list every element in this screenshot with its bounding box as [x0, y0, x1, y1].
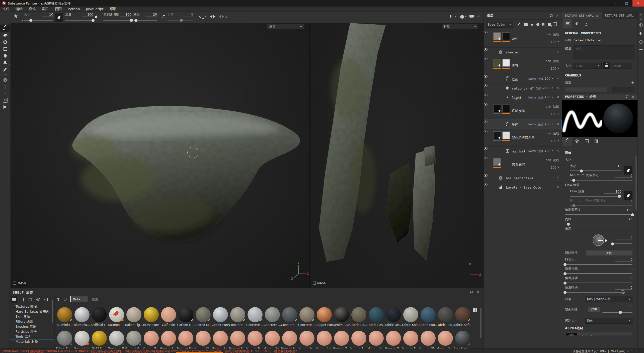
- shader-settings-button[interactable]: [639, 32, 642, 36]
- channel-select[interactable]: Base Color: [486, 22, 513, 28]
- close-icon[interactable]: ×: [632, 95, 634, 99]
- spacing-slider[interactable]: [133, 20, 157, 21]
- close-icon[interactable]: ×: [84, 298, 86, 301]
- add-smart-mask-button[interactable]: [542, 23, 545, 27]
- slider-value[interactable]: 100: [615, 208, 632, 212]
- material-item[interactable]: Ground Gr...: [125, 331, 142, 348]
- close-icon[interactable]: ×: [556, 14, 559, 17]
- radial-symmetry-button[interactable]: [219, 15, 227, 18]
- viewport-2d[interactable]: 材质 MASK V U: [310, 23, 484, 288]
- history-button[interactable]: [639, 40, 642, 44]
- maximize-button[interactable]: □: [621, 0, 632, 7]
- viewport-3d[interactable]: 材质 MASK Y Z X: [11, 23, 309, 288]
- flow-slider[interactable]: [65, 20, 93, 21]
- slider-handle[interactable]: [563, 263, 567, 266]
- material-item[interactable]: Human Be...: [160, 331, 177, 348]
- opacity-value[interactable]: 100: [120, 13, 131, 17]
- blend-mode[interactable]: Norm 法线: [528, 122, 546, 127]
- description-field[interactable]: 描述: [574, 45, 634, 59]
- material-item[interactable]: Carbon Fi...: [177, 307, 194, 327]
- float-panel-icon[interactable]: [470, 291, 473, 293]
- slider-value[interactable]: 0: [615, 267, 632, 271]
- material-item[interactable]: Human Ch...: [194, 331, 212, 348]
- layer-thumbnail[interactable]: [502, 105, 510, 112]
- brush-preset-button[interactable]: [14, 13, 23, 22]
- tab-gradient[interactable]: [592, 137, 601, 145]
- material-item[interactable]: Concrete ...: [281, 307, 298, 327]
- mask-checkbox[interactable]: [13, 282, 16, 285]
- slider-value[interactable]: 100: [604, 190, 621, 194]
- tab-alpha[interactable]: [582, 137, 591, 145]
- material-item[interactable]: Human H...: [298, 331, 315, 348]
- layer-opacity[interactable]: 100: [551, 139, 559, 143]
- layer-opacity[interactable]: 100: [551, 40, 559, 44]
- close-icon[interactable]: ×: [596, 14, 598, 18]
- eye-icon[interactable]: [484, 94, 488, 96]
- close-icon[interactable]: ×: [627, 334, 630, 335]
- layer-thumbnail[interactable]: [502, 59, 510, 67]
- eye-icon[interactable]: [484, 48, 488, 51]
- size-slider[interactable]: [24, 20, 53, 21]
- blend-mode[interactable]: orm 法线: [546, 131, 561, 136]
- tool-smudge[interactable]: [0, 52, 11, 59]
- material-item[interactable]: Fabric Bas...: [367, 307, 385, 327]
- layer-row-岩石底层[interactable]: 岩石底层orm 法线100: [484, 156, 562, 173]
- eye-icon[interactable]: [484, 157, 488, 159]
- remove-effect-icon[interactable]: ×: [556, 50, 559, 53]
- material-item[interactable]: Human Bu...: [177, 331, 194, 348]
- grid-view-button[interactable]: [473, 308, 477, 313]
- opacity-slider[interactable]: [103, 20, 131, 21]
- layer-thumbnail[interactable]: [493, 158, 501, 166]
- stroke-dots-button[interactable]: [162, 15, 165, 18]
- tool-iray-render[interactable]: [0, 104, 11, 110]
- material-item[interactable]: Human Fo...: [281, 331, 298, 348]
- material-item[interactable]: Aluminiu...: [56, 307, 73, 327]
- material-item[interactable]: Fabric De...: [385, 307, 402, 327]
- remove-effect-icon[interactable]: ×: [556, 122, 559, 125]
- layer-row-底部发黑[interactable]: 底部发黑orm 法线100: [484, 102, 562, 120]
- angle-slider[interactable]: [611, 243, 632, 244]
- shelf-category-Tools 工具[interactable]: Tools 工具: [10, 334, 54, 339]
- tool-projection[interactable]: [0, 39, 11, 45]
- material-item[interactable]: Concrete ...: [264, 307, 281, 327]
- menu-item-文件[interactable]: 文件: [3, 7, 10, 11]
- filter-funnel-icon[interactable]: [56, 298, 60, 301]
- tool-substance-source[interactable]: S: [0, 90, 11, 97]
- flow-tip-button[interactable]: [95, 15, 97, 18]
- material-item[interactable]: Human N...: [402, 331, 419, 348]
- tab-texture-set-settings[interactable]: TEXTURE SET 纹理…×: [562, 12, 602, 19]
- material-item[interactable]: Artificial L...: [91, 307, 108, 327]
- material-item[interactable]: Concrete ...: [298, 307, 315, 327]
- slider-track[interactable]: [565, 224, 632, 224]
- material-item[interactable]: Fabric Rou...: [437, 307, 454, 327]
- shelf-new-button[interactable]: [19, 296, 25, 303]
- delete-layer-button[interactable]: [554, 23, 557, 27]
- layer-row-light[interactable]: lightNorm 法线100×: [484, 93, 562, 102]
- slider-track[interactable]: [565, 292, 625, 293]
- material-item[interactable]: Baked Lig...: [125, 307, 142, 327]
- blend-mode[interactable]: orm 法线: [546, 32, 561, 37]
- randomize-icon[interactable]: [621, 290, 624, 294]
- material-item[interactable]: Fabric Rou...: [419, 307, 437, 327]
- material-item[interactable]: Copper Pure: [315, 307, 333, 327]
- categories-scrollbar[interactable]: [52, 300, 53, 323]
- close-button[interactable]: ×: [632, 0, 644, 7]
- remove-effect-icon[interactable]: ×: [556, 86, 559, 89]
- material-item[interactable]: Human Sh...: [419, 331, 437, 348]
- tab-brush[interactable]: [562, 137, 572, 145]
- material-item[interactable]: Gouache P...: [108, 331, 125, 348]
- slider-track[interactable]: [570, 170, 621, 171]
- mask-checkbox[interactable]: [313, 282, 316, 285]
- material-item[interactable]: Fabric Knit...: [402, 307, 419, 327]
- layer-row-灰尘[interactable]: 灰尘orm 法线100: [484, 30, 562, 47]
- layer-opacity[interactable]: 100: [551, 67, 559, 70]
- menu-item-编辑[interactable]: 编辑: [16, 7, 23, 11]
- tab-texture-set-list[interactable]: TEXTURE SET 纹理…: [602, 12, 637, 19]
- select-校准[interactable]: 切线 | Wrap包裹: [585, 296, 632, 302]
- layer-thumbnail[interactable]: [493, 32, 501, 40]
- close-icon[interactable]: ×: [477, 290, 479, 294]
- menu-item-窗口[interactable]: 窗口: [42, 7, 49, 11]
- eye-icon[interactable]: [484, 84, 488, 87]
- slider-handle[interactable]: [580, 169, 583, 172]
- dock-handle[interactable]: [640, 14, 642, 20]
